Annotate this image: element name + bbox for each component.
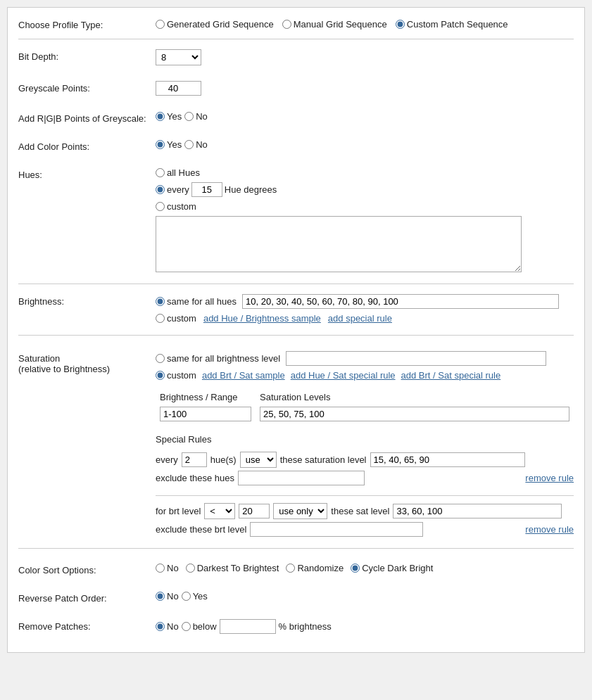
sat-same-radio[interactable] bbox=[156, 354, 165, 363]
rule2-forbrt-label: for brt level bbox=[156, 506, 201, 516]
rule2-sat-input[interactable] bbox=[393, 504, 562, 518]
rule1-exclude-label: exclude these hues bbox=[156, 473, 234, 483]
sat-col1-header: Brightness / Range bbox=[157, 390, 256, 404]
add-special-rule-link[interactable]: add special rule bbox=[328, 313, 392, 324]
hues-every-option[interactable]: every Hue degrees bbox=[156, 182, 277, 197]
hues-custom-label: custom bbox=[167, 201, 196, 212]
remove-patches-no-option[interactable]: No bbox=[156, 621, 179, 632]
remove-patches-row: Remove Patches: No below % brightness bbox=[18, 615, 574, 638]
sat-custom-label: custom bbox=[167, 370, 196, 381]
rule1-exclude-input[interactable] bbox=[238, 471, 365, 485]
hues-all-radio[interactable] bbox=[156, 168, 165, 177]
add-rgb-no-option[interactable]: No bbox=[184, 111, 208, 122]
hues-every-label: every bbox=[167, 184, 189, 195]
brightness-same-option[interactable]: same for all hues bbox=[156, 296, 237, 307]
remove-patches-below-option[interactable]: below bbox=[182, 621, 217, 632]
brightness-same-label: same for all hues bbox=[167, 296, 237, 307]
rule1-remove-link[interactable]: remove rule bbox=[525, 473, 574, 483]
sat-same-row: same for all brightness level bbox=[156, 351, 546, 366]
profile-manual-radio[interactable] bbox=[282, 20, 291, 29]
rule2-remove-link[interactable]: remove rule bbox=[525, 524, 574, 535]
profile-generated-label: Generated Grid Sequence bbox=[167, 19, 274, 30]
greyscale-points-label: Greyscale Points: bbox=[18, 81, 156, 94]
remove-patches-value-input[interactable] bbox=[220, 619, 276, 634]
brightness-custom-option[interactable]: custom bbox=[156, 313, 196, 324]
add-color-no-radio[interactable] bbox=[184, 140, 194, 149]
reverse-patch-label: Reverse Patch Order: bbox=[18, 591, 156, 604]
add-color-no-option[interactable]: No bbox=[184, 139, 208, 150]
reverse-patch-no-option[interactable]: No bbox=[156, 591, 179, 602]
hues-custom-option[interactable]: custom bbox=[156, 201, 196, 212]
color-sort-darkest-radio[interactable] bbox=[186, 564, 195, 573]
sat-same-label: same for all brightness level bbox=[167, 353, 280, 364]
add-rgb-yes-radio[interactable] bbox=[156, 112, 165, 121]
hues-every-input[interactable] bbox=[191, 182, 222, 197]
reverse-patch-yes-radio[interactable] bbox=[182, 592, 191, 601]
rule1-sat-level-input[interactable] bbox=[370, 452, 525, 467]
add-rgb-yes-option[interactable]: Yes bbox=[156, 111, 182, 122]
remove-patches-percent-label: % brightness bbox=[279, 621, 332, 632]
hues-row: Hues: all Hues every Hue degrees custom bbox=[18, 163, 574, 276]
greyscale-points-input[interactable] bbox=[156, 81, 201, 96]
reverse-patch-no-radio[interactable] bbox=[156, 592, 165, 601]
brightness-custom-radio[interactable] bbox=[156, 314, 165, 323]
color-sort-cycle-option[interactable]: Cycle Dark Bright bbox=[351, 563, 433, 573]
add-rgb-label: Add R|G|B Points of Greyscale: bbox=[18, 111, 156, 124]
profile-manual-option[interactable]: Manual Grid Sequence bbox=[282, 19, 387, 30]
sat-custom-option[interactable]: custom bbox=[156, 370, 196, 381]
color-sort-randomize-option[interactable]: Randomize bbox=[286, 563, 344, 573]
add-brt-sat-special-link[interactable]: add Brt / Sat special rule bbox=[401, 370, 501, 381]
sat-brt-range-cell bbox=[157, 405, 256, 423]
sat-custom-radio[interactable] bbox=[156, 371, 165, 380]
rule2-operator-select[interactable]: < > = <= >= bbox=[204, 503, 235, 519]
profile-generated-option[interactable]: Generated Grid Sequence bbox=[156, 19, 274, 30]
hues-every-radio[interactable] bbox=[156, 185, 165, 194]
add-rgb-yes-label: Yes bbox=[167, 111, 182, 122]
sat-same-option[interactable]: same for all brightness level bbox=[156, 353, 280, 364]
remove-patches-below-label: below bbox=[193, 621, 217, 632]
brightness-same-radio[interactable] bbox=[156, 297, 165, 306]
rule1-exclude-row: exclude these hues remove rule bbox=[156, 471, 574, 485]
hues-all-option[interactable]: all Hues bbox=[156, 167, 200, 178]
remove-patches-no-radio[interactable] bbox=[156, 622, 165, 631]
color-sort-cycle-radio[interactable] bbox=[351, 564, 360, 573]
rule1-sat-level-label: these saturation level bbox=[280, 454, 367, 465]
rule1-main-row: every hue(s) use skip these saturation l… bbox=[156, 452, 574, 468]
color-sort-randomize-radio[interactable] bbox=[286, 564, 295, 573]
reverse-patch-yes-option[interactable]: Yes bbox=[182, 591, 208, 602]
sat-same-input[interactable] bbox=[286, 351, 546, 366]
reverse-patch-no-label: No bbox=[167, 591, 179, 602]
rule1-every-input[interactable] bbox=[182, 452, 207, 467]
color-sort-darkest-option[interactable]: Darkest To Brightest bbox=[186, 563, 279, 573]
remove-patches-below-radio[interactable] bbox=[182, 622, 191, 631]
add-brt-sat-link[interactable]: add Brt / Sat sample bbox=[202, 370, 285, 381]
profile-type-label: Choose Profile Type: bbox=[18, 18, 156, 30]
rule1-every-label: every bbox=[156, 454, 178, 465]
profile-custom-radio[interactable] bbox=[396, 20, 405, 29]
profile-generated-radio[interactable] bbox=[156, 20, 165, 29]
profile-custom-option[interactable]: Custom Patch Sequence bbox=[396, 19, 508, 30]
sat-levels-input[interactable] bbox=[260, 407, 569, 421]
rule1-use-select[interactable]: use skip bbox=[240, 452, 277, 468]
rule2-exclude-input[interactable] bbox=[250, 522, 423, 537]
sat-brt-range-input[interactable] bbox=[160, 407, 251, 421]
color-sort-no-radio[interactable] bbox=[156, 564, 165, 573]
hues-custom-textarea[interactable] bbox=[156, 216, 522, 272]
divider-3 bbox=[18, 335, 574, 336]
rule2-useonly-select[interactable]: use only skip bbox=[273, 503, 327, 519]
add-rgb-no-radio[interactable] bbox=[184, 112, 194, 121]
rule2-brt-input[interactable] bbox=[239, 504, 270, 518]
brightness-same-input[interactable]: 10, 20, 30, 40, 50, 60, 70, 80, 90, 100 bbox=[242, 294, 559, 309]
divider-2 bbox=[18, 284, 574, 284]
add-color-yes-radio[interactable] bbox=[156, 140, 165, 149]
sat-table: Brightness / Range Saturation Levels bbox=[156, 389, 574, 424]
rule2-sat-level-label: these sat level bbox=[331, 506, 389, 516]
add-hue-brightness-link[interactable]: add Hue / Brightness sample bbox=[203, 313, 321, 324]
hues-custom-radio[interactable] bbox=[156, 202, 165, 211]
color-sort-no-label: No bbox=[167, 563, 179, 573]
bit-depth-select[interactable]: 8 16 bbox=[156, 49, 201, 65]
color-sort-no-option[interactable]: No bbox=[156, 563, 179, 573]
add-hue-sat-special-link[interactable]: add Hue / Sat special rule bbox=[291, 370, 396, 381]
add-color-yes-option[interactable]: Yes bbox=[156, 139, 182, 150]
profile-manual-label: Manual Grid Sequence bbox=[294, 19, 387, 30]
